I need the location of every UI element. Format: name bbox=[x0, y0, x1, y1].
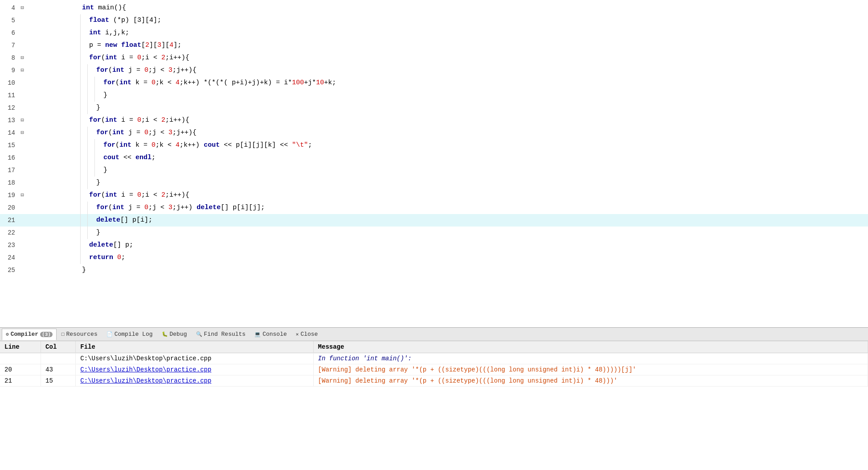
code-content: for(int j = 0;j < 3;j++){ bbox=[94, 127, 868, 139]
code-content: p = new float[2][3][4]; bbox=[87, 39, 868, 52]
bottom-panel: ⚙Compiler(3)□Resources📄Compile Log🐛Debug… bbox=[0, 327, 868, 470]
code-line-12[interactable]: 12} bbox=[0, 102, 868, 114]
code-line-11[interactable]: 11} bbox=[0, 89, 868, 102]
col-header-col: Col bbox=[41, 341, 76, 353]
fold-icon[interactable]: ⊟ bbox=[19, 64, 26, 77]
line-number: 6 bbox=[0, 27, 19, 39]
code-container[interactable]: 4⊟int main(){5float (*p) [3][4];6int i,j… bbox=[0, 0, 868, 327]
code-line-9[interactable]: 9⊟for(int j = 0;j < 3;j++){ bbox=[0, 64, 868, 77]
fold-icon[interactable]: ⊟ bbox=[19, 2, 26, 14]
fold-icon[interactable]: ⊟ bbox=[19, 189, 26, 202]
line-number: 4 bbox=[0, 2, 19, 14]
code-line-8[interactable]: 8⊟for(int i = 0;i < 2;i++){ bbox=[0, 52, 868, 64]
code-line-14[interactable]: 14⊟for(int j = 0;j < 3;j++){ bbox=[0, 127, 868, 139]
cell-col bbox=[41, 353, 76, 364]
compilelog-tab-icon: 📄 bbox=[106, 331, 113, 337]
line-number: 10 bbox=[0, 77, 19, 89]
line-number: 21 bbox=[0, 214, 19, 227]
col-header-line: Line bbox=[0, 341, 41, 353]
line-number: 8 bbox=[0, 52, 19, 64]
indent-guides bbox=[80, 152, 102, 164]
code-content: } bbox=[94, 177, 868, 189]
code-content: for(int i = 0;i < 2;i++){ bbox=[87, 189, 868, 202]
code-line-13[interactable]: 13⊟for(int i = 0;i < 2;i++){ bbox=[0, 114, 868, 127]
cell-file[interactable]: C:\Users\luzih\Desktop\practice.cpp bbox=[76, 364, 313, 375]
code-content: for(int j = 0;j < 3;j++) delete[] p[i][j… bbox=[94, 202, 868, 214]
code-line-10[interactable]: 10for(int k = 0;k < 4;k++) *(*(*( p+i)+j… bbox=[0, 77, 868, 89]
code-line-18[interactable]: 18} bbox=[0, 177, 868, 189]
indent-guides bbox=[80, 39, 87, 52]
console-tab-icon: 💻 bbox=[254, 331, 261, 337]
editor-area: 4⊟int main(){5float (*p) [3][4];6int i,j… bbox=[0, 0, 868, 327]
tab-debug[interactable]: 🐛Debug bbox=[158, 329, 191, 340]
code-line-20[interactable]: 20for(int j = 0;j < 3;j++) delete[] p[i]… bbox=[0, 202, 868, 214]
code-content: } bbox=[102, 89, 868, 102]
file-link[interactable]: C:\Users\luzih\Desktop\practice.cpp bbox=[80, 366, 211, 373]
code-line-22[interactable]: 22} bbox=[0, 227, 868, 239]
table-row[interactable]: 2115C:\Users\luzih\Desktop\practice.cpp[… bbox=[0, 375, 868, 387]
code-line-24[interactable]: 24return 0; bbox=[0, 251, 868, 264]
line-number: 13 bbox=[0, 114, 19, 127]
indent-guides bbox=[80, 77, 102, 89]
code-content: } bbox=[94, 102, 868, 114]
tab-compiler[interactable]: ⚙Compiler(3) bbox=[2, 329, 57, 340]
code-line-5[interactable]: 5float (*p) [3][4]; bbox=[0, 14, 868, 27]
code-line-17[interactable]: 17} bbox=[0, 164, 868, 177]
code-line-7[interactable]: 7p = new float[2][3][4]; bbox=[0, 39, 868, 52]
debug-tab-icon: 🐛 bbox=[162, 331, 168, 337]
table-row[interactable]: 2043C:\Users\luzih\Desktop\practice.cpp[… bbox=[0, 364, 868, 375]
line-number: 18 bbox=[0, 177, 19, 189]
compiler-tab-icon: ⚙ bbox=[6, 331, 9, 337]
code-line-19[interactable]: 19⊟for(int i = 0;i < 2;i++){ bbox=[0, 189, 868, 202]
tab-console[interactable]: 💻Console bbox=[250, 329, 291, 340]
code-content: for(int i = 0;i < 2;i++){ bbox=[87, 114, 868, 127]
line-number: 15 bbox=[0, 139, 19, 152]
code-content: } bbox=[102, 164, 868, 177]
code-line-15[interactable]: 15for(int k = 0;k < 4;k++) cout << p[i][… bbox=[0, 139, 868, 152]
line-number: 25 bbox=[0, 264, 19, 276]
table-body: C:\Users\luzih\Desktop\practice.cppIn fu… bbox=[0, 353, 868, 387]
code-line-21[interactable]: 21delete[] p[i]; bbox=[0, 214, 868, 227]
indent-guides bbox=[80, 202, 94, 214]
indent-guides bbox=[80, 189, 87, 202]
indent-guides bbox=[80, 251, 87, 264]
line-number: 23 bbox=[0, 239, 19, 251]
line-number: 16 bbox=[0, 152, 19, 164]
fold-icon[interactable]: ⊟ bbox=[19, 127, 26, 139]
cell-col: 43 bbox=[41, 364, 76, 375]
table-row[interactable]: C:\Users\luzih\Desktop\practice.cppIn fu… bbox=[0, 353, 868, 364]
table-header: LineColFileMessage bbox=[0, 341, 868, 353]
findresults-tab-icon: 🔍 bbox=[196, 331, 202, 337]
code-content: int i,j,k; bbox=[87, 27, 868, 39]
indent-guides bbox=[80, 164, 102, 177]
file-link[interactable]: C:\Users\luzih\Desktop\practice.cpp bbox=[80, 377, 211, 384]
code-content: cout << endl; bbox=[102, 152, 868, 164]
fold-icon[interactable]: ⊟ bbox=[19, 52, 26, 64]
tab-resources[interactable]: □Resources bbox=[57, 329, 102, 340]
line-number: 24 bbox=[0, 251, 19, 264]
cell-line: 20 bbox=[0, 364, 41, 375]
code-content: return 0; bbox=[87, 251, 868, 264]
compiler-content[interactable]: LineColFileMessage C:\Users\luzih\Deskto… bbox=[0, 341, 868, 470]
line-number: 7 bbox=[0, 39, 19, 52]
line-number: 5 bbox=[0, 14, 19, 27]
indent-guides bbox=[80, 127, 94, 139]
tab-findresults[interactable]: 🔍Find Results bbox=[192, 329, 250, 340]
code-content: int main(){ bbox=[80, 2, 868, 14]
indent-guides bbox=[80, 64, 94, 77]
code-line-16[interactable]: 16cout << endl; bbox=[0, 152, 868, 164]
code-line-23[interactable]: 23delete[] p; bbox=[0, 239, 868, 251]
tab-compilelog[interactable]: 📄Compile Log bbox=[102, 329, 157, 340]
indent-guides bbox=[80, 14, 87, 27]
indent-guides bbox=[80, 27, 87, 39]
panel-tabs: ⚙Compiler(3)□Resources📄Compile Log🐛Debug… bbox=[0, 328, 868, 341]
code-line-4[interactable]: 4⊟int main(){ bbox=[0, 2, 868, 14]
fold-icon[interactable]: ⊟ bbox=[19, 114, 26, 127]
code-line-25[interactable]: 25} bbox=[0, 264, 868, 276]
cell-file[interactable]: C:\Users\luzih\Desktop\practice.cpp bbox=[76, 375, 313, 387]
indent-guides bbox=[80, 177, 94, 189]
col-header-file: File bbox=[76, 341, 313, 353]
code-line-6[interactable]: 6int i,j,k; bbox=[0, 27, 868, 39]
tab-label-compiler: Compiler bbox=[11, 331, 38, 338]
tab-close[interactable]: ✕Close bbox=[292, 329, 322, 340]
